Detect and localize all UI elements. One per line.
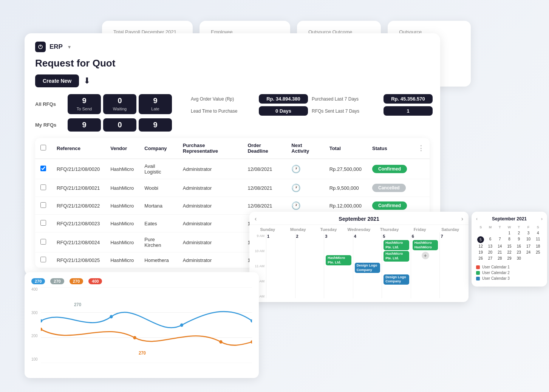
col-company[interactable]: Company [139, 138, 178, 159]
mini-day-26[interactable]: 26 [476, 256, 485, 261]
cal-date-6: 6 [412, 234, 439, 239]
row-checkbox-3[interactable] [40, 220, 46, 226]
download-button[interactable]: ⬇ [84, 76, 90, 86]
col-deadline[interactable]: Order Deadline [242, 138, 286, 159]
cal-day-hdr-thu: Thursday [374, 227, 405, 232]
mini-day-14[interactable]: 14 [495, 243, 504, 249]
my-rfq-badge-2[interactable]: 0 [103, 118, 136, 132]
mini-day-7[interactable]: 7 [495, 236, 504, 243]
rfqs-sent-label: RFQs Sent Last 7 Days [312, 108, 380, 114]
create-new-button[interactable]: Create New [35, 74, 79, 87]
legend-label-1: User Calendar 1 [482, 265, 510, 269]
lead-time-label: Lead Time to Purchase [191, 108, 255, 114]
cal-event-thu-3[interactable]: Design LogoCompany [384, 274, 409, 285]
mini-day-21[interactable]: 21 [495, 249, 504, 255]
mini-day-30[interactable]: 30 [514, 256, 523, 261]
cal-event-fri-1[interactable]: HashMicroHashMicro [413, 240, 438, 250]
row-checkbox-2[interactable] [40, 202, 46, 208]
table-options-icon[interactable]: ⋮ [418, 144, 424, 152]
mini-day-29[interactable]: 29 [505, 256, 514, 261]
mini-hdr-s1: S [476, 225, 485, 230]
mini-day-1[interactable]: 1 [505, 230, 514, 236]
row-status-1: Cancelled [367, 179, 412, 197]
row-rep-1: Administrator [178, 179, 243, 197]
mini-day-28[interactable]: 28 [495, 256, 504, 261]
mini-cal-header: ‹ September 2021 › [476, 216, 543, 222]
row-rep-2: Administrator [178, 197, 243, 215]
row-checkbox-1[interactable] [40, 184, 46, 190]
mini-day-3[interactable]: 3 [524, 230, 533, 236]
cal-event-thu-1[interactable]: HashMicroPte. Ltd. [384, 240, 409, 250]
row-vendor-0: HashMicro [105, 159, 139, 179]
mini-day-20[interactable]: 20 [486, 249, 495, 255]
cal-add-button[interactable]: + [422, 252, 429, 259]
my-rfq-badge-1[interactable]: 9 [68, 118, 101, 132]
mini-day-18[interactable]: 18 [534, 243, 543, 249]
select-all-checkbox[interactable] [40, 145, 46, 150]
legend-dot-1 [476, 265, 480, 269]
row-checkbox-5[interactable] [40, 257, 46, 262]
mini-day-2[interactable]: 2 [514, 230, 523, 236]
row-rep-5: Administrator [178, 253, 243, 268]
col-rep[interactable]: Purchase Representative [178, 138, 243, 159]
cal-prev-button[interactable]: ‹ [255, 215, 257, 222]
row-checkbox-0[interactable] [40, 166, 46, 171]
legend-label-2: User Calendar 2 [482, 271, 510, 275]
legend-dot-2 [476, 271, 480, 275]
mini-day-17[interactable]: 17 [524, 243, 533, 249]
cal-next-button[interactable]: › [461, 215, 463, 222]
cal-day-hdr-sun: Sunday [252, 227, 283, 232]
col-reference[interactable]: Reference [51, 138, 105, 159]
erp-chevron-icon[interactable]: ▾ [68, 44, 71, 50]
cal-event-wed-1[interactable]: Design LogoCompany [355, 263, 380, 273]
table-row[interactable]: RFQ/21/12/08/0020 HashMicro Avail Logist… [35, 159, 430, 179]
mini-day-15[interactable]: 15 [505, 243, 514, 249]
rfq-badge-late[interactable]: 9 Late [139, 94, 172, 114]
mini-day-6[interactable]: 6 [486, 236, 495, 243]
all-rfqs-label: All RFQs [35, 101, 65, 107]
mini-hdr-s2: S [534, 225, 543, 230]
my-rfq-badge-3[interactable]: 9 [139, 118, 172, 132]
cal-event-tue-1[interactable]: HashMicroPte. Ltd. [326, 255, 351, 265]
mini-day-4[interactable]: 4 [534, 230, 543, 236]
row-ref-4: RFQ/21/12/08/0024 [51, 232, 105, 253]
mini-cal-next[interactable]: › [541, 216, 543, 222]
mini-day-16[interactable]: 16 [514, 243, 523, 249]
mini-day-25[interactable]: 25 [534, 249, 543, 255]
mini-day-13[interactable]: 13 [486, 243, 495, 249]
purchased-label: Purchased Last 7 Days [312, 96, 380, 102]
mini-day-27[interactable]: 27 [486, 256, 495, 261]
chart-y-axis: 400 300 200 100 [31, 287, 38, 363]
mini-day-12[interactable]: 12 [476, 243, 485, 249]
cal-month-title: September 2021 [339, 216, 379, 222]
mini-day-11[interactable]: 11 [534, 236, 543, 243]
row-ref-0: RFQ/21/12/08/0020 [51, 159, 105, 179]
col-status[interactable]: Status [367, 138, 412, 159]
rfq-rows-block: All RFQs 9 To Send 0 Waiting 9 Late [35, 94, 172, 133]
mini-day-10[interactable]: 10 [524, 236, 533, 243]
cal-day-hdr-tue: Tuesday [313, 227, 344, 232]
mini-cal-prev[interactable]: ‹ [476, 216, 478, 222]
mini-day-8[interactable]: 8 [505, 236, 514, 243]
rfq-badge-tosend[interactable]: 9 To Send [68, 94, 101, 114]
row-deadline-1: 12/08/2021 [242, 179, 286, 197]
mini-day-24[interactable]: 24 [524, 249, 533, 255]
mini-day-19[interactable]: 19 [476, 249, 485, 255]
col-options[interactable]: ⋮ [412, 138, 430, 159]
col-total[interactable]: Total [324, 138, 367, 159]
row-total-1: Rp.9,500,000 [324, 179, 367, 197]
mini-day-22[interactable]: 22 [505, 249, 514, 255]
my-rfqs-label: My RFQs [35, 122, 65, 128]
rfq-badge-waiting[interactable]: 0 Waiting [103, 94, 136, 114]
mini-day-5-today[interactable]: 5 [477, 236, 484, 243]
cal-day-5: 5 HashMicroPte. Ltd. HashMicroPte. Ltd. … [382, 232, 411, 298]
row-checkbox-4[interactable] [40, 239, 46, 245]
col-next-activity[interactable]: Next Activity [286, 138, 324, 159]
col-vendor[interactable]: Vendor [105, 138, 139, 159]
mini-day-9[interactable]: 9 [514, 236, 523, 243]
mini-day-23[interactable]: 23 [514, 249, 523, 255]
table-row[interactable]: RFQ/21/12/08/0021 HashMicro Woobi Admini… [35, 179, 430, 197]
cal-event-thu-2[interactable]: HashMicroPte. Ltd. [384, 251, 409, 261]
legend-item-270-blue: 270 [31, 278, 45, 284]
table-header-row: Reference Vendor Company Purchase Repres… [35, 138, 430, 159]
